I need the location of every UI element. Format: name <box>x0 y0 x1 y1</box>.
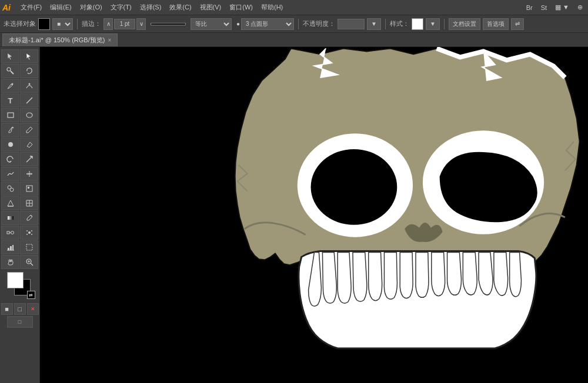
stroke-decrement[interactable]: ∧ <box>103 18 113 30</box>
menu-view[interactable]: 视图(V) <box>196 2 226 13</box>
menu-help[interactable]: 帮助(H) <box>257 2 287 13</box>
color-mode-btn[interactable]: ■ <box>1 303 13 315</box>
fill-swatch[interactable] <box>38 18 50 30</box>
slice-hand-row <box>1 255 38 269</box>
mesh-tool[interactable] <box>20 196 38 210</box>
no-selection-label: 未选择对象 <box>4 19 36 28</box>
divider-4 <box>444 19 445 29</box>
skull-illustration <box>75 47 588 383</box>
line-tool[interactable] <box>20 93 38 107</box>
paintbrush-tool[interactable] <box>1 123 19 137</box>
arrange-panels-btn[interactable]: ⇌ <box>511 18 524 30</box>
foreground-color-swatch[interactable] <box>7 272 24 288</box>
blend-symbol-row <box>1 226 38 240</box>
app-logo: Ai <box>2 3 11 12</box>
preferences-btn[interactable]: 首选项 <box>483 18 509 30</box>
search-btn[interactable]: ⊕ <box>574 2 586 12</box>
warp-width-row <box>1 167 38 181</box>
menu-edit[interactable]: 编辑(E) <box>46 2 76 13</box>
gradient-mode-btn[interactable]: □ <box>14 303 26 315</box>
divider-1 <box>77 19 78 29</box>
color-mode-row: ■ □ ✕ <box>1 303 39 315</box>
menu-object[interactable]: 对象(O) <box>76 2 106 13</box>
stock-btn[interactable]: St <box>538 3 550 12</box>
screen-mode-btn[interactable]: □ <box>7 316 33 328</box>
selection-tool[interactable] <box>1 49 19 63</box>
stroke-color-select[interactable]: ■ <box>52 18 73 30</box>
no-color-btn[interactable]: ✕ <box>27 303 39 315</box>
style-swatch[interactable] <box>412 18 423 30</box>
graph-tool[interactable] <box>1 240 19 254</box>
lasso-tool[interactable] <box>20 64 38 78</box>
arrange-btn[interactable]: ▦ ▼ <box>552 2 572 12</box>
svg-rect-15 <box>28 187 29 189</box>
menu-select[interactable]: 选择(S) <box>136 2 166 13</box>
shape-builder-tool[interactable] <box>1 182 19 196</box>
bottom-tool-options: ■ □ ✕ □ <box>1 303 39 328</box>
gradient-eyedropper-row <box>1 211 38 225</box>
svg-point-13 <box>10 188 14 192</box>
swap-colors-btn[interactable]: ⇄ <box>27 291 35 299</box>
divider-2 <box>298 19 299 29</box>
line-style-select[interactable]: 等比 <box>191 18 232 30</box>
hand-tool[interactable] <box>1 255 19 269</box>
tab-title: 未标题-1.ai* @ 150% (RGB/预览) <box>9 36 105 45</box>
blob-brush-tool[interactable] <box>1 137 19 152</box>
divider-3 <box>385 19 386 29</box>
opacity-input[interactable]: 100% <box>338 19 365 29</box>
direct-selection-tool[interactable] <box>20 49 38 63</box>
blend-tool[interactable] <box>1 226 19 240</box>
perspective-tool[interactable] <box>1 196 19 210</box>
tab-close-btn[interactable]: × <box>108 37 111 43</box>
document-tab[interactable]: 未标题-1.ai* @ 150% (RGB/预览) × <box>2 33 118 46</box>
rotate-tool[interactable] <box>1 152 19 166</box>
menu-right-icons: Br St ▦ ▼ ⊕ <box>523 2 586 12</box>
zoom-tool[interactable] <box>20 255 38 269</box>
menu-window[interactable]: 窗口(W) <box>225 2 257 13</box>
gradient-tool[interactable] <box>1 211 19 225</box>
svg-rect-33 <box>8 248 9 250</box>
magic-wand-tool[interactable] <box>1 64 19 78</box>
eyedropper-tool[interactable] <box>20 211 38 225</box>
menu-type[interactable]: 文字(T) <box>106 2 136 13</box>
svg-point-3 <box>28 83 30 85</box>
artboard-tool[interactable] <box>20 240 38 254</box>
svg-point-6 <box>26 113 32 117</box>
symbol-sprayer-tool[interactable] <box>20 226 38 240</box>
opacity-label: 不透明度： <box>303 19 335 28</box>
stroke-preview <box>151 23 186 25</box>
stroke-width-input[interactable]: 1 pt <box>114 19 135 29</box>
rotate-scale-row <box>1 152 38 166</box>
brush-size-select[interactable]: 3 点圆形 <box>241 18 294 30</box>
svg-rect-5 <box>8 113 14 117</box>
svg-line-7 <box>12 127 14 128</box>
ellipse-tool[interactable] <box>20 108 38 122</box>
curvature-tool[interactable] <box>20 79 38 93</box>
live-paint-tool[interactable] <box>20 182 38 196</box>
svg-point-24 <box>31 216 32 217</box>
stroke-increment[interactable]: ∨ <box>136 18 146 30</box>
bridge-btn[interactable]: Br <box>523 3 536 12</box>
pen-tool[interactable] <box>1 79 19 93</box>
doc-setup-btn[interactable]: 文档设置 <box>449 18 480 30</box>
eraser-tool[interactable] <box>20 137 38 152</box>
svg-rect-35 <box>12 245 14 250</box>
type-tool[interactable]: T <box>1 93 19 107</box>
style-label: 样式： <box>390 19 409 28</box>
menu-file[interactable]: 文件(F) <box>16 2 46 13</box>
menu-effect[interactable]: 效果(C) <box>165 2 195 13</box>
style-dropdown[interactable]: ▼ <box>426 18 440 30</box>
rectangle-tool[interactable] <box>1 108 19 122</box>
scale-tool[interactable] <box>20 152 38 166</box>
color-swatches: ⇄ <box>7 272 33 298</box>
warp-tool[interactable] <box>1 167 19 181</box>
perspective-mesh-row <box>1 196 38 210</box>
opacity-dropdown[interactable]: ▼ <box>367 18 381 30</box>
pen-tools-row <box>1 79 38 93</box>
svg-point-28 <box>28 231 31 234</box>
pencil-tool[interactable] <box>20 123 38 137</box>
canvas-area[interactable] <box>40 47 588 383</box>
shapebuilder-livepaint-row <box>1 182 38 196</box>
svg-line-8 <box>31 127 32 129</box>
width-tool[interactable] <box>20 167 38 181</box>
